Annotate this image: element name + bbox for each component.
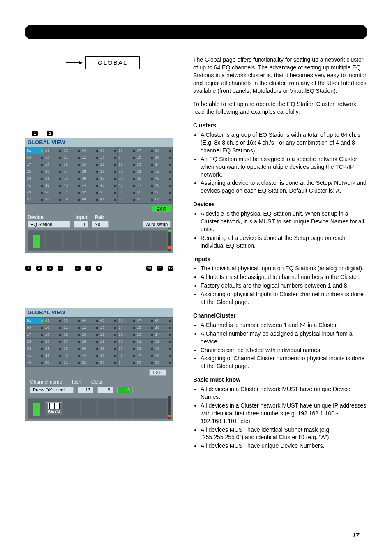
channel-cell[interactable]: 37 <box>99 175 118 182</box>
icon-field[interactable]: 13 <box>78 387 93 393</box>
channel-cell[interactable]: 30 <box>118 339 136 345</box>
channel-cell[interactable]: 16 <box>154 154 172 161</box>
channel-cell[interactable]: 64 <box>154 196 172 203</box>
channel-cell[interactable]: 05 <box>99 147 118 154</box>
channel-cell[interactable]: 52 <box>81 359 99 366</box>
channel-cell[interactable]: 28 <box>81 168 99 175</box>
channel-cell[interactable]: 55 <box>136 189 154 196</box>
channel-cell[interactable]: 24 <box>154 332 172 338</box>
channel-cell[interactable]: 50 <box>44 189 62 196</box>
channel-cell[interactable]: 03 <box>62 147 81 154</box>
channel-cell[interactable]: 47 <box>136 182 154 189</box>
channel-cell[interactable]: 40 <box>154 175 172 182</box>
channel-cell[interactable]: 53 <box>99 359 118 366</box>
channel-cell[interactable]: 10 <box>44 154 62 161</box>
channel-cell[interactable]: 24 <box>154 161 172 168</box>
channel-cell[interactable]: 58 <box>44 196 62 203</box>
channel-cell[interactable]: 12 <box>81 325 99 331</box>
input-field[interactable]: 1 <box>74 221 88 228</box>
channel-cell[interactable]: 12 <box>81 154 99 161</box>
channel-cell[interactable]: 19 <box>62 332 81 338</box>
channel-cell[interactable]: 39 <box>136 345 154 352</box>
exit-button[interactable]: EXIT <box>149 369 166 376</box>
channel-cell[interactable]: 13 <box>99 325 118 331</box>
channel-cell[interactable]: 04 <box>81 147 99 154</box>
channel-cell[interactable]: 51 <box>62 189 81 196</box>
channel-grid[interactable]: 0102030405060708091011121314151617181920… <box>25 147 173 204</box>
channel-cell[interactable]: 02 <box>44 318 62 324</box>
channel-cell[interactable]: 27 <box>62 168 81 175</box>
channel-cell[interactable]: 49 <box>26 189 44 196</box>
channel-cell[interactable]: 17 <box>26 332 44 338</box>
channel-cell[interactable]: 23 <box>136 332 154 338</box>
channel-cell[interactable]: 34 <box>44 175 62 182</box>
channel-cell[interactable]: 29 <box>99 339 118 345</box>
channel-cell[interactable]: 06 <box>118 318 136 324</box>
channel-cell[interactable]: 28 <box>81 339 99 345</box>
channel-cell[interactable]: 54 <box>118 359 136 366</box>
channel-name-field[interactable]: Press OK to edit <box>30 387 74 393</box>
channel-cell[interactable]: 63 <box>136 196 154 203</box>
channel-cell[interactable]: 17 <box>26 161 44 168</box>
channel-cell[interactable]: 21 <box>99 161 118 168</box>
keyb-button[interactable]: KEYB <box>46 402 62 415</box>
channel-cell[interactable]: 05 <box>99 318 118 324</box>
channel-cell[interactable]: 43 <box>62 182 81 189</box>
channel-cell[interactable]: 30 <box>118 168 136 175</box>
channel-cell[interactable]: 02 <box>44 147 62 154</box>
channel-cell[interactable]: 33 <box>26 175 44 182</box>
channel-cell[interactable]: 01 <box>26 147 44 154</box>
channel-cell[interactable]: 08 <box>154 147 172 154</box>
channel-cell[interactable]: 29 <box>99 168 118 175</box>
channel-cell[interactable]: 34 <box>44 345 62 352</box>
channel-cell[interactable]: 20 <box>81 332 99 338</box>
channel-cell[interactable]: 20 <box>81 161 99 168</box>
channel-cell[interactable]: 53 <box>99 189 118 196</box>
channel-cell[interactable]: 38 <box>118 345 136 352</box>
channel-cell[interactable]: 35 <box>62 175 81 182</box>
channel-cell[interactable]: 59 <box>62 196 81 203</box>
global-button[interactable]: GLOBAL <box>85 56 140 69</box>
color-field[interactable]: 6 <box>97 387 113 393</box>
channel-cell[interactable]: 26 <box>44 168 62 175</box>
pair-field[interactable]: No <box>92 221 109 228</box>
channel-cell[interactable]: 06 <box>118 147 136 154</box>
channel-cell[interactable]: 37 <box>99 345 118 352</box>
extra-field[interactable]: 9 <box>117 387 133 393</box>
channel-cell[interactable]: 18 <box>44 332 62 338</box>
channel-cell[interactable]: 36 <box>81 175 99 182</box>
channel-cell[interactable]: 41 <box>26 182 44 189</box>
exit-button[interactable]: EXIT <box>152 206 171 212</box>
channel-cell[interactable]: 61 <box>99 196 118 203</box>
channel-cell[interactable]: 54 <box>118 189 136 196</box>
channel-cell[interactable]: 42 <box>44 182 62 189</box>
channel-cell[interactable]: 51 <box>62 359 81 366</box>
channel-cell[interactable]: 16 <box>154 325 172 331</box>
channel-cell[interactable]: 60 <box>81 196 99 203</box>
channel-cell[interactable]: 26 <box>44 339 62 345</box>
channel-cell[interactable]: 56 <box>154 359 172 366</box>
channel-cell[interactable]: 25 <box>26 168 44 175</box>
channel-cell[interactable]: 22 <box>118 332 136 338</box>
channel-cell[interactable]: 14 <box>118 154 136 161</box>
channel-cell[interactable]: 10 <box>44 325 62 331</box>
channel-cell[interactable]: 56 <box>154 189 172 196</box>
channel-cell[interactable]: 04 <box>81 318 99 324</box>
channel-cell[interactable]: 27 <box>62 339 81 345</box>
channel-cell[interactable]: 08 <box>154 318 172 324</box>
channel-cell[interactable]: 45 <box>99 182 118 189</box>
channel-cell[interactable]: 31 <box>136 168 154 175</box>
channel-cell[interactable]: 50 <box>44 359 62 366</box>
channel-cell[interactable]: 45 <box>99 352 118 359</box>
channel-cell[interactable]: 07 <box>136 147 154 154</box>
channel-cell[interactable]: 43 <box>62 352 81 359</box>
channel-cell[interactable]: 19 <box>62 161 81 168</box>
channel-cell[interactable]: 21 <box>99 332 118 338</box>
channel-cell[interactable]: 09 <box>26 325 44 331</box>
channel-cell[interactable]: 23 <box>136 161 154 168</box>
channel-cell[interactable]: 39 <box>136 175 154 182</box>
channel-cell[interactable]: 38 <box>118 175 136 182</box>
channel-cell[interactable]: 40 <box>154 345 172 352</box>
channel-cell[interactable]: 32 <box>154 168 172 175</box>
channel-cell[interactable]: 07 <box>136 318 154 324</box>
